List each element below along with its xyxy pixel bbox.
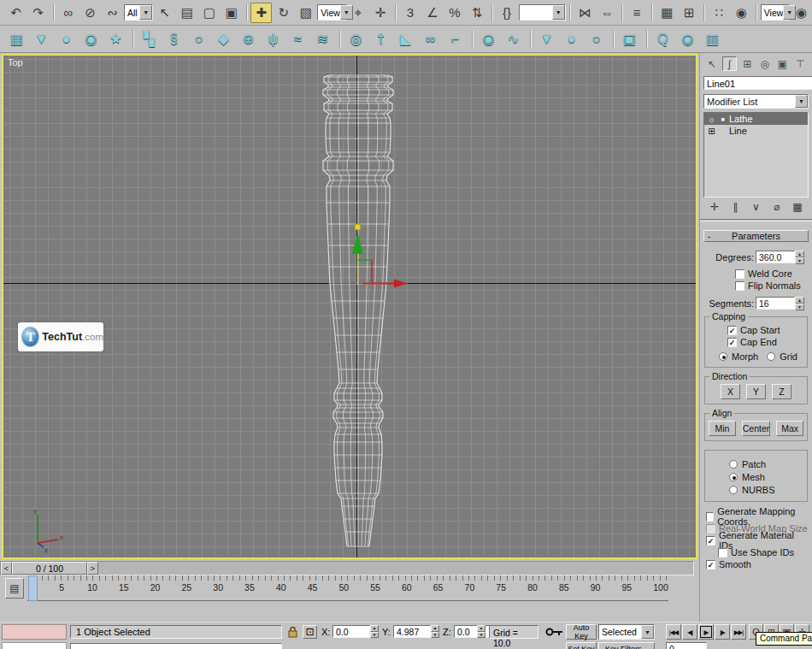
flip-normals-checkbox[interactable]: Flip Normals: [735, 280, 809, 292]
select-by-name-icon[interactable]: ▤ ▼: [176, 3, 197, 23]
separator[interactable]: [643, 27, 650, 50]
chevron-down-icon[interactable]: ▼: [641, 625, 654, 639]
render-setup-icon[interactable]: ◉ ▼: [731, 3, 752, 23]
window-icon[interactable]: ▣: [618, 27, 641, 50]
make-preview-film-icon[interactable]: ▥: [701, 27, 724, 50]
quick-render-icon[interactable]: ◉ ▼: [791, 3, 812, 23]
separator[interactable]: ▼: [649, 3, 656, 23]
time-slider-handle[interactable]: 0 / 100: [12, 562, 87, 575]
cap-end-checkbox[interactable]: Cap End: [727, 336, 803, 348]
rope-icon[interactable]: ∿: [502, 27, 525, 50]
maxscript-mini-listener-pink[interactable]: [2, 624, 67, 640]
degrees-spinner[interactable]: ▲▼: [795, 251, 804, 263]
parameters-rollout-header[interactable]: - Parameters: [703, 230, 809, 242]
parameter-checkbox[interactable]: Generate Mapping Coords.: [706, 510, 809, 522]
set-key-button[interactable]: Set Key: [566, 642, 597, 649]
parameter-checkbox[interactable]: Real-World Map Size: [706, 522, 809, 534]
spring-icon[interactable]: §: [162, 27, 185, 50]
morph-radio[interactable]: Morph: [719, 351, 758, 363]
diamond-icon[interactable]: ◆: [212, 27, 235, 50]
move-gizmo[interactable]: [3, 56, 696, 558]
tab-create[interactable]: ↖: [704, 56, 720, 71]
bind-to-space-warp-icon[interactable]: ∾ ▼: [102, 3, 123, 23]
soft-body-icon[interactable]: ◉: [477, 27, 500, 50]
separator[interactable]: ▼: [50, 3, 56, 23]
checkbox-icon[interactable]: [706, 536, 715, 546]
cloth-modifier-icon[interactable]: ▼: [535, 27, 558, 50]
separator[interactable]: [527, 27, 533, 50]
separator[interactable]: ▼: [753, 3, 760, 23]
auto-key-button[interactable]: Auto Key: [566, 624, 597, 640]
absolute-mode-toggle-icon[interactable]: ⊡: [303, 625, 317, 639]
mini-curve-editor-icon[interactable]: ▤: [5, 578, 24, 599]
named-selection-dropdown[interactable]: ▼: [519, 3, 566, 23]
output-option-radio[interactable]: Patch: [729, 458, 803, 470]
segments-spinner[interactable]: ▲▼: [795, 297, 804, 310]
radio-icon[interactable]: [767, 352, 775, 361]
separator[interactable]: ▼: [489, 3, 496, 23]
separator[interactable]: ▼: [619, 3, 626, 23]
separator[interactable]: ▼: [567, 3, 574, 23]
remove-modifier-icon[interactable]: ⌀: [769, 201, 785, 213]
wind-icon[interactable]: ≋: [311, 27, 334, 50]
checkbox-icon[interactable]: [727, 338, 737, 347]
viewport-label[interactable]: Top: [8, 57, 23, 68]
current-frame-field[interactable]: 0: [666, 642, 707, 649]
select-object-icon[interactable]: ↖ ▼: [154, 3, 175, 23]
checker-icon[interactable]: ▚: [138, 27, 161, 50]
star-icon[interactable]: ★: [104, 27, 127, 50]
checkbox-icon[interactable]: [706, 560, 715, 569]
modifier-bulb-icon[interactable]: ☼: [707, 115, 716, 124]
rectangular-selection-region-icon[interactable]: ▢ ▼: [198, 3, 220, 23]
modifier-stack[interactable]: ☼ ■ Lathe ⊞ Line: [703, 112, 809, 198]
torus-icon[interactable]: ◎: [344, 27, 368, 50]
redo-icon[interactable]: ↷ ▼: [27, 3, 49, 23]
align-button[interactable]: Max: [776, 421, 803, 436]
go-to-end-button[interactable]: ▶▶|: [731, 624, 746, 640]
collapse-icon[interactable]: -: [708, 232, 710, 241]
reference-coordinate-dropdown[interactable]: View ▼: [317, 3, 346, 23]
checkbox-icon[interactable]: [706, 524, 715, 534]
separator[interactable]: [609, 27, 616, 50]
dropdown-box[interactable]: ▼: [519, 4, 566, 21]
configure-modifier-sets-icon[interactable]: ▦: [790, 201, 805, 213]
key-filters-button[interactable]: Key Filters...: [598, 642, 655, 649]
select-and-scale-icon[interactable]: ▧ ▼: [295, 3, 316, 23]
make-unique-icon[interactable]: ∨: [749, 201, 764, 213]
go-to-start-button[interactable]: |◀◀: [666, 624, 681, 640]
output-option-radio[interactable]: NURBS: [729, 484, 803, 496]
render-type-dropdown[interactable]: View ▼: [761, 3, 790, 23]
snaps-toggle-icon[interactable]: 3 ▼: [400, 3, 421, 23]
dropdown-box[interactable]: View ▼: [317, 4, 346, 21]
object-name-field[interactable]: [703, 76, 812, 90]
chevron-down-icon[interactable]: ▼: [139, 5, 152, 20]
tab-motion[interactable]: ◎: [757, 56, 773, 71]
rigid-body-boxes-icon[interactable]: ▦: [5, 27, 28, 50]
z-coord-field[interactable]: 0.0: [454, 625, 491, 638]
unlink-selection-icon[interactable]: ⊘ ▼: [79, 3, 101, 23]
selection-filter-dropdown[interactable]: All ▼: [124, 3, 153, 23]
select-and-link-icon[interactable]: ∞ ▼: [57, 3, 79, 23]
bone-icon[interactable]: ⌐: [444, 27, 467, 50]
water-icon[interactable]: ≈: [286, 27, 309, 50]
grid-radio[interactable]: Grid: [767, 351, 797, 363]
curve-editor-icon[interactable]: ▦ ▼: [656, 3, 678, 23]
play-button[interactable]: ▶: [698, 624, 714, 640]
expand-icon[interactable]: ■: [719, 116, 727, 122]
direction-button[interactable]: X: [721, 384, 740, 399]
separator[interactable]: [468, 27, 475, 50]
separator[interactable]: ▼: [701, 3, 708, 23]
track-bar[interactable]: ▤ 05101520253035404550556065707580859095…: [0, 575, 699, 604]
sphere-icon[interactable]: ●: [55, 27, 78, 50]
spinner-snap-icon[interactable]: ⇅ ▼: [467, 3, 488, 23]
l-ext-icon[interactable]: ◣: [394, 27, 417, 50]
direction-button[interactable]: Z: [772, 384, 791, 399]
maxscript-mini-listener-white[interactable]: [2, 642, 67, 649]
y-coord-field[interactable]: 4.987: [393, 625, 431, 638]
selection-lock-icon[interactable]: [287, 626, 298, 638]
undo-icon[interactable]: ↶ ▼: [5, 3, 26, 23]
render-preview-icon[interactable]: ◉: [676, 27, 699, 50]
use-pivot-point-icon[interactable]: ⌖ ▼: [348, 3, 369, 23]
radio-icon[interactable]: [729, 486, 738, 494]
pin-stack-icon[interactable]: ✛: [707, 201, 722, 213]
